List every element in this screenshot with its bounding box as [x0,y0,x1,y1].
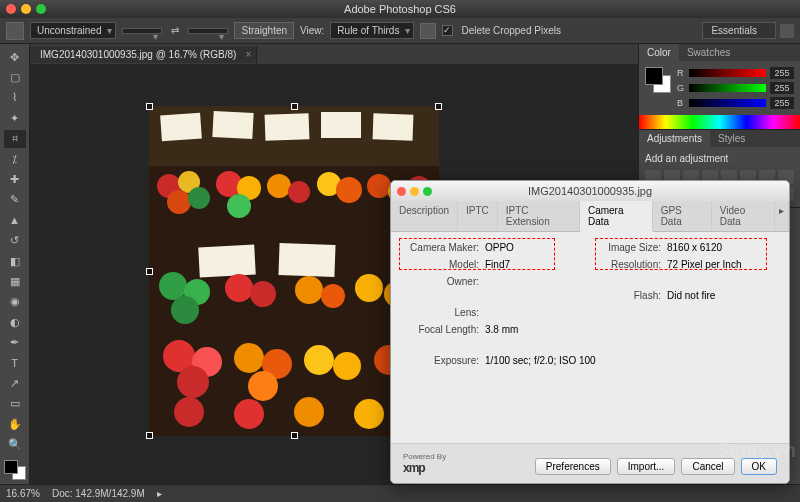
type-tool[interactable]: T [4,354,26,372]
tab-overflow-icon[interactable]: ▸ [775,201,789,231]
b-slider[interactable] [689,99,766,107]
g-value[interactable]: 255 [770,82,794,94]
crop-handle[interactable] [146,432,153,439]
hand-tool[interactable]: ✋ [4,415,26,433]
crop-handle[interactable] [146,268,153,275]
dialog-body: Camera Maker:OPPO Model:Find7 Owner: Len… [391,232,789,443]
height-input[interactable] [188,28,228,34]
svg-point-45 [354,399,384,429]
crop-handle[interactable] [291,432,298,439]
width-input[interactable] [122,28,162,34]
app-title: Adobe Photoshop CS6 [344,3,456,15]
xmp-text: xmp [403,461,425,475]
adjustments-tab[interactable]: Adjustments [639,130,710,147]
svg-rect-22 [278,243,335,277]
preferences-button[interactable]: Preferences [535,458,611,475]
history-brush-tool[interactable]: ↺ [4,232,26,250]
tab-camera-data[interactable]: Camera Data [580,201,653,232]
dodge-tool[interactable]: ◐ [4,313,26,331]
settings-icon[interactable] [420,23,436,39]
r-slider[interactable] [689,69,766,77]
eyedropper-tool[interactable]: ⁒ [4,150,26,168]
dialog-minimize-icon[interactable] [410,187,419,196]
doc-size[interactable]: Doc: 142.9M/142.9M [52,488,145,499]
svg-point-44 [294,397,324,427]
stamp-tool[interactable]: ▲ [4,211,26,229]
dialog-close-icon[interactable] [397,187,406,196]
swap-icon[interactable]: ⇄ [168,25,182,36]
file-info-dialog: IMG20140301000935.jpg Description IPTC I… [390,180,790,484]
eraser-tool[interactable]: ◧ [4,252,26,270]
search-icon[interactable] [780,24,794,38]
crop-handle[interactable] [146,103,153,110]
exposure-label: Exposure: [405,355,479,366]
svg-point-29 [321,284,345,308]
g-slider[interactable] [689,84,766,92]
color-tab[interactable]: Color [639,44,679,61]
ratio-dropdown[interactable]: Unconstrained [30,22,116,39]
crop-tool[interactable]: ⌗ [4,130,26,148]
status-bar: 16.67% Doc: 142.9M/142.9M ▸ [0,484,800,502]
svg-point-13 [227,194,251,218]
tab-description[interactable]: Description [391,201,458,231]
titlebar: Adobe Photoshop CS6 [0,0,800,18]
svg-point-30 [355,274,383,302]
brush-tool[interactable]: ✎ [4,191,26,209]
minimize-icon[interactable] [21,4,31,14]
svg-point-26 [225,274,253,302]
image-size-label: Image Size: [601,242,661,253]
svg-point-39 [333,352,361,380]
dialog-zoom-icon[interactable] [423,187,432,196]
svg-point-42 [174,397,204,427]
tab-gps-data[interactable]: GPS Data [653,201,712,231]
crop-handle[interactable] [435,103,442,110]
lasso-tool[interactable]: ⌇ [4,89,26,107]
close-icon[interactable] [6,4,16,14]
gradient-tool[interactable]: ▦ [4,272,26,290]
tab-video-data[interactable]: Video Data [712,201,775,231]
marquee-tool[interactable]: ▢ [4,68,26,86]
crop-handle[interactable] [291,103,298,110]
overlay-dropdown[interactable]: Rule of Thirds [330,22,414,39]
path-tool[interactable]: ↗ [4,374,26,392]
import-button[interactable]: Import... [617,458,676,475]
status-arrow-icon[interactable]: ▸ [157,488,162,499]
crop-tool-icon[interactable] [6,22,24,40]
workspace-dropdown[interactable]: Essentials [702,22,776,39]
svg-point-17 [336,177,362,203]
move-tool[interactable]: ✥ [4,48,26,66]
r-value[interactable]: 255 [770,67,794,79]
tab-iptc[interactable]: IPTC [458,201,498,231]
svg-rect-2 [160,113,202,142]
delete-cropped-checkbox[interactable] [442,25,453,36]
swatches-tab[interactable]: Swatches [679,44,738,61]
zoom-tool[interactable]: 🔍 [4,435,26,453]
cancel-button[interactable]: Cancel [681,458,734,475]
pen-tool[interactable]: ✒ [4,333,26,351]
svg-rect-3 [212,111,253,139]
blur-tool[interactable]: ◉ [4,293,26,311]
ok-button[interactable]: OK [741,458,777,475]
resolution-label: Resolution: [601,259,661,270]
close-tab-icon[interactable]: × [246,49,252,60]
document-tab-label: IMG20140301000935.jpg @ 16.7% (RGB/8) [40,49,236,60]
straighten-button[interactable]: Straighten [234,22,294,39]
tab-iptc-ext[interactable]: IPTC Extension [498,201,580,231]
zoom-level[interactable]: 16.67% [6,488,40,499]
dialog-titlebar[interactable]: IMG20140301000935.jpg [391,181,789,201]
styles-tab[interactable]: Styles [710,130,753,147]
document-tab[interactable]: IMG20140301000935.jpg @ 16.7% (RGB/8) × [30,46,257,63]
color-swatches[interactable] [4,460,26,480]
zoom-icon[interactable] [36,4,46,14]
resolution-value: 72 Pixel per Inch [667,259,742,270]
b-value[interactable]: 255 [770,97,794,109]
heal-tool[interactable]: ✚ [4,170,26,188]
delete-cropped-label: Delete Cropped Pixels [461,25,561,36]
svg-point-9 [167,190,191,214]
xmp-logo: Powered By xmp [403,452,446,475]
shape-tool[interactable]: ▭ [4,395,26,413]
toolbox: ✥ ▢ ⌇ ✦ ⌗ ⁒ ✚ ✎ ▲ ↺ ◧ ▦ ◉ ◐ ✒ T ↗ ▭ ✋ 🔍 [0,44,30,484]
color-spectrum[interactable] [639,115,800,129]
fg-bg-swatch[interactable] [645,67,671,93]
wand-tool[interactable]: ✦ [4,109,26,127]
